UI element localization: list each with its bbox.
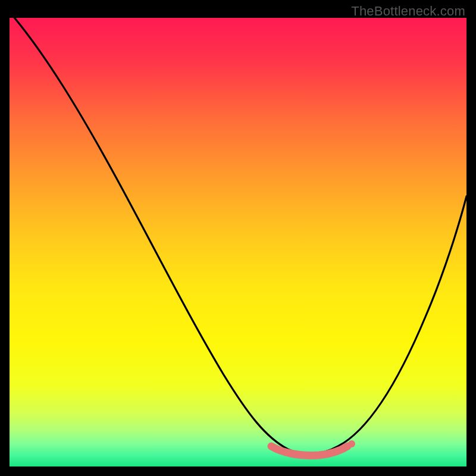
optimal-range-highlight <box>271 446 347 455</box>
watermark-text: TheBottleneck.com <box>351 4 465 19</box>
marker-dot <box>348 440 355 447</box>
plot-area <box>10 18 466 466</box>
chart-frame: TheBottleneck.com <box>0 0 476 476</box>
bottleneck-curve <box>10 18 466 466</box>
curve-line <box>10 18 466 454</box>
